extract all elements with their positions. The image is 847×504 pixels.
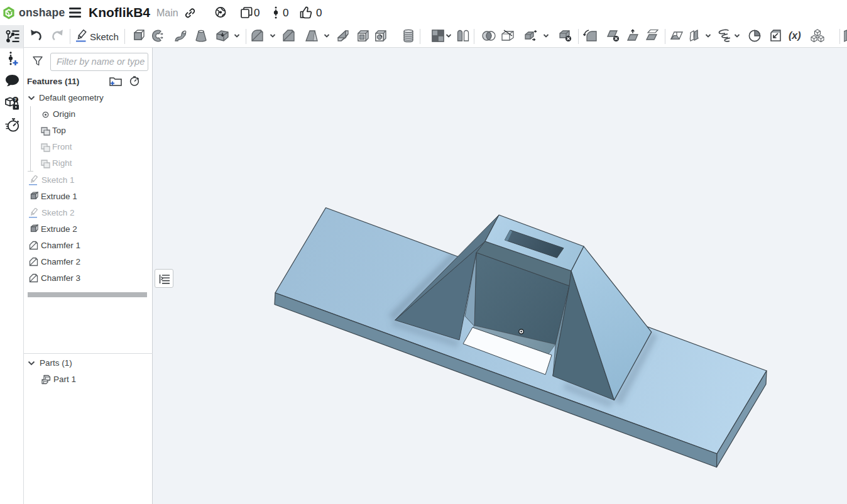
svg-text:?: ? [14,97,16,102]
